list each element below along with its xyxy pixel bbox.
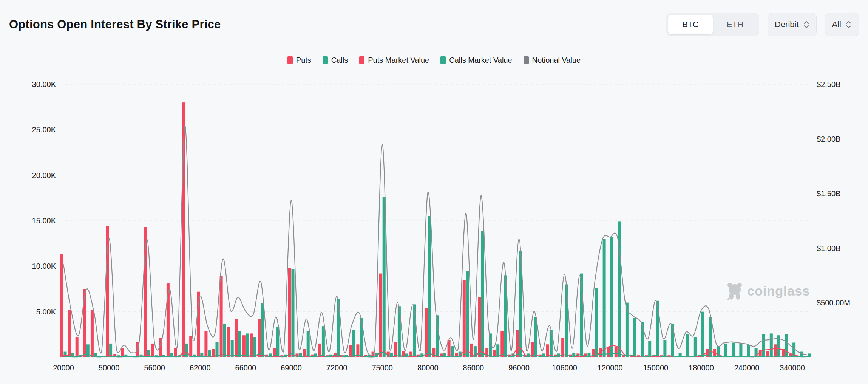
- chart-canvas[interactable]: [0, 0, 868, 384]
- x-axis-tick: 340000: [780, 364, 805, 372]
- x-axis-tick: 240000: [734, 364, 760, 372]
- x-axis-tick: 72000: [326, 364, 348, 372]
- x-axis-tick: 86000: [463, 364, 484, 372]
- x-axis-tick: 20000: [53, 364, 74, 372]
- right-axis-tick: $2.00B: [817, 135, 840, 143]
- x-axis-tick: 80000: [417, 364, 439, 372]
- right-axis-tick: $2.50B: [817, 80, 840, 89]
- left-axis-tick: 15.00K: [11, 217, 56, 225]
- right-axis-tick: $1.00B: [817, 244, 840, 252]
- x-axis-tick: 120000: [598, 364, 623, 372]
- x-axis-tick: 180000: [689, 364, 714, 372]
- x-axis-tick: 150000: [643, 364, 668, 372]
- right-axis-tick: $1.50B: [817, 189, 840, 198]
- x-axis-tick: 56000: [144, 364, 165, 372]
- left-axis-tick: 20.00K: [11, 171, 56, 180]
- x-axis-tick: 75000: [372, 364, 393, 372]
- chart-area: 30.00K25.00K20.00K15.00K10.00K5.00K $2.5…: [0, 0, 868, 384]
- x-axis-tick: 106000: [552, 364, 577, 372]
- left-axis-tick: 30.00K: [11, 80, 56, 89]
- x-axis-tick: 62000: [190, 364, 211, 372]
- left-axis-tick: 5.00K: [11, 307, 56, 316]
- x-axis-tick: 50000: [99, 364, 120, 372]
- x-axis-tick: 69000: [281, 364, 302, 372]
- left-axis-tick: 25.00K: [11, 125, 56, 134]
- left-axis-tick: 10.00K: [11, 262, 56, 271]
- x-axis-tick: 66000: [235, 364, 256, 372]
- right-axis-tick: $500.00M: [817, 299, 850, 307]
- x-axis-tick: 96000: [508, 364, 530, 372]
